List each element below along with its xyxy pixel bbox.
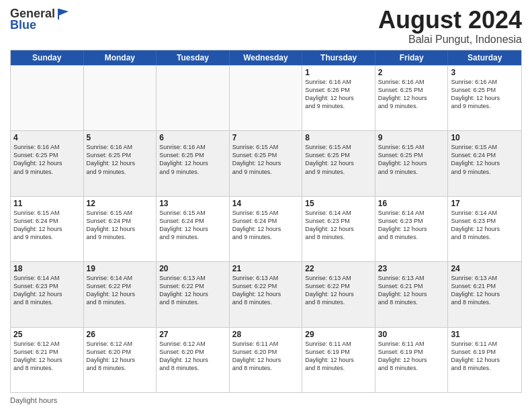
day-info: Sunrise: 6:14 AM Sunset: 6:23 PM Dayligh… [378,209,445,242]
day-number: 27 [159,330,226,339]
day-number: 21 [232,264,300,273]
day-info: Sunrise: 6:14 AM Sunset: 6:23 PM Dayligh… [13,274,81,307]
calendar-cell: 28Sunrise: 6:11 AM Sunset: 6:20 PM Dayli… [230,328,303,392]
day-info: Sunrise: 6:11 AM Sunset: 6:19 PM Dayligh… [305,340,372,373]
day-number: 24 [451,264,519,273]
day-info: Sunrise: 6:16 AM Sunset: 6:25 PM Dayligh… [87,143,154,176]
day-info: Sunrise: 6:12 AM Sunset: 6:21 PM Dayligh… [13,340,81,373]
weekday-header-tuesday: Tuesday [157,50,230,65]
day-number: 14 [232,199,300,208]
calendar-cell [11,66,84,130]
calendar-cell: 1Sunrise: 6:16 AM Sunset: 6:26 PM Daylig… [302,66,375,130]
day-number: 8 [305,133,372,142]
day-info: Sunrise: 6:16 AM Sunset: 6:26 PM Dayligh… [305,78,372,111]
calendar-cell: 25Sunrise: 6:12 AM Sunset: 6:21 PM Dayli… [11,328,84,392]
calendar: SundayMondayTuesdayWednesdayThursdayFrid… [10,50,522,393]
calendar-cell: 14Sunrise: 6:15 AM Sunset: 6:24 PM Dayli… [230,197,303,261]
day-number: 1 [305,68,372,77]
calendar-cell: 9Sunrise: 6:15 AM Sunset: 6:25 PM Daylig… [375,131,449,195]
calendar-cell: 4Sunrise: 6:16 AM Sunset: 6:25 PM Daylig… [11,131,84,195]
calendar-cell: 26Sunrise: 6:12 AM Sunset: 6:20 PM Dayli… [84,328,157,392]
calendar-cell: 16Sunrise: 6:14 AM Sunset: 6:23 PM Dayli… [375,197,449,261]
calendar-cell [157,66,230,130]
day-info: Sunrise: 6:15 AM Sunset: 6:24 PM Dayligh… [159,209,226,242]
calendar-cell: 30Sunrise: 6:11 AM Sunset: 6:19 PM Dayli… [375,328,449,392]
svg-marker-0 [58,9,69,19]
calendar-cell: 18Sunrise: 6:14 AM Sunset: 6:23 PM Dayli… [11,262,84,326]
day-number: 13 [159,199,226,208]
logo-blue-text: Blue [10,18,36,32]
day-info: Sunrise: 6:15 AM Sunset: 6:25 PM Dayligh… [232,143,300,176]
day-number: 9 [378,133,445,142]
calendar-cell: 5Sunrise: 6:16 AM Sunset: 6:25 PM Daylig… [84,131,157,195]
day-number: 20 [159,264,226,273]
day-info: Sunrise: 6:11 AM Sunset: 6:19 PM Dayligh… [451,340,519,373]
title-block: August 2024 Balai Pungut, Indonesia [378,7,522,46]
calendar-cell: 11Sunrise: 6:15 AM Sunset: 6:24 PM Dayli… [11,197,84,261]
day-number: 29 [305,330,372,339]
calendar-row-2: 4Sunrise: 6:16 AM Sunset: 6:25 PM Daylig… [11,130,521,195]
day-info: Sunrise: 6:16 AM Sunset: 6:25 PM Dayligh… [451,78,519,111]
calendar-row-4: 18Sunrise: 6:14 AM Sunset: 6:23 PM Dayli… [11,261,521,326]
daylight-label: Daylight hours [10,396,57,404]
weekday-header-saturday: Saturday [448,50,521,65]
calendar-body: 1Sunrise: 6:16 AM Sunset: 6:26 PM Daylig… [11,65,521,392]
calendar-cell: 8Sunrise: 6:15 AM Sunset: 6:25 PM Daylig… [302,131,375,195]
calendar-cell: 7Sunrise: 6:15 AM Sunset: 6:25 PM Daylig… [230,131,303,195]
day-info: Sunrise: 6:14 AM Sunset: 6:22 PM Dayligh… [87,274,154,307]
day-info: Sunrise: 6:14 AM Sunset: 6:23 PM Dayligh… [451,209,519,242]
calendar-row-3: 11Sunrise: 6:15 AM Sunset: 6:24 PM Dayli… [11,196,521,261]
day-info: Sunrise: 6:16 AM Sunset: 6:25 PM Dayligh… [159,143,226,176]
calendar-cell: 13Sunrise: 6:15 AM Sunset: 6:24 PM Dayli… [157,197,230,261]
day-info: Sunrise: 6:15 AM Sunset: 6:24 PM Dayligh… [232,209,300,242]
day-info: Sunrise: 6:13 AM Sunset: 6:22 PM Dayligh… [232,274,300,307]
day-number: 15 [305,199,372,208]
calendar-cell: 20Sunrise: 6:13 AM Sunset: 6:22 PM Dayli… [157,262,230,326]
day-number: 6 [159,133,226,142]
day-number: 18 [13,264,81,273]
weekday-header-sunday: Sunday [11,50,84,65]
day-info: Sunrise: 6:15 AM Sunset: 6:25 PM Dayligh… [378,143,445,176]
calendar-cell: 31Sunrise: 6:11 AM Sunset: 6:19 PM Dayli… [448,328,521,392]
weekday-header-friday: Friday [375,50,449,65]
footer: Daylight hours [10,396,522,404]
header: General Blue August 2024 Balai Pungut, I… [10,7,522,46]
day-info: Sunrise: 6:11 AM Sunset: 6:19 PM Dayligh… [378,340,445,373]
calendar-cell: 2Sunrise: 6:16 AM Sunset: 6:25 PM Daylig… [375,66,449,130]
calendar-cell: 15Sunrise: 6:14 AM Sunset: 6:23 PM Dayli… [302,197,375,261]
calendar-row-5: 25Sunrise: 6:12 AM Sunset: 6:21 PM Dayli… [11,327,521,392]
day-number: 28 [232,330,300,339]
day-info: Sunrise: 6:12 AM Sunset: 6:20 PM Dayligh… [159,340,226,373]
day-number: 7 [232,133,300,142]
day-number: 11 [13,199,81,208]
day-info: Sunrise: 6:15 AM Sunset: 6:24 PM Dayligh… [451,143,519,176]
day-info: Sunrise: 6:16 AM Sunset: 6:25 PM Dayligh… [13,143,81,176]
day-number: 25 [13,330,81,339]
calendar-cell: 24Sunrise: 6:13 AM Sunset: 6:21 PM Dayli… [448,262,521,326]
page: General Blue August 2024 Balai Pungut, I… [0,0,532,411]
logo: General Blue [10,7,70,32]
calendar-cell [84,66,157,130]
calendar-cell: 27Sunrise: 6:12 AM Sunset: 6:20 PM Dayli… [157,328,230,392]
day-number: 5 [87,133,154,142]
logo-flag-icon [56,7,70,21]
month-year-title: August 2024 [378,7,522,34]
calendar-cell: 17Sunrise: 6:14 AM Sunset: 6:23 PM Dayli… [448,197,521,261]
calendar-cell: 29Sunrise: 6:11 AM Sunset: 6:19 PM Dayli… [302,328,375,392]
calendar-cell: 19Sunrise: 6:14 AM Sunset: 6:22 PM Dayli… [84,262,157,326]
calendar-cell: 12Sunrise: 6:15 AM Sunset: 6:24 PM Dayli… [84,197,157,261]
weekday-header-wednesday: Wednesday [230,50,303,65]
day-number: 19 [87,264,154,273]
day-number: 4 [13,133,81,142]
calendar-cell: 23Sunrise: 6:13 AM Sunset: 6:21 PM Dayli… [375,262,449,326]
calendar-cell: 3Sunrise: 6:16 AM Sunset: 6:25 PM Daylig… [448,66,521,130]
day-info: Sunrise: 6:15 AM Sunset: 6:24 PM Dayligh… [13,209,81,242]
day-number: 31 [451,330,519,339]
day-number: 16 [378,199,445,208]
day-number: 22 [305,264,372,273]
calendar-row-1: 1Sunrise: 6:16 AM Sunset: 6:26 PM Daylig… [11,65,521,130]
day-number: 30 [378,330,445,339]
calendar-cell: 21Sunrise: 6:13 AM Sunset: 6:22 PM Dayli… [230,262,303,326]
day-number: 26 [87,330,154,339]
day-number: 3 [451,68,519,77]
